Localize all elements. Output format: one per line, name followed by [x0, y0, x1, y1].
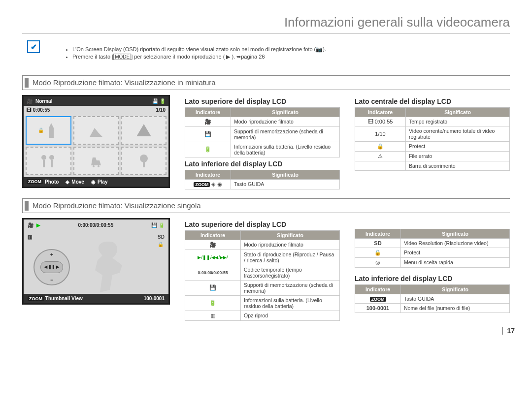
subtitle-lato-inf-2: Lato inferiore del display LCD	[355, 275, 510, 282]
lcd-mode-label: Normal	[35, 98, 52, 104]
svg-point-6	[98, 165, 100, 167]
lcd-count: 1/10	[156, 107, 166, 113]
table-inf-1: IndicatoreSignificato ZOOM ◈ ◉Tasto GUID…	[185, 170, 340, 189]
svg-point-3	[49, 155, 54, 160]
lcd-play-label: Play	[98, 179, 108, 185]
note-box: ✔ L'On Screen Display (OSD) riportato di…	[22, 40, 510, 66]
lcd2-file: 100-0001	[144, 296, 165, 301]
note-line-2: Premere il tasto [MODE] per selezionare …	[72, 53, 326, 61]
table-cen-2: IndicatoreSignificato SDVideo Resolution…	[355, 229, 510, 268]
thumbnail-item	[121, 147, 166, 175]
lcd2-time: 0:00:00/0:00:55	[78, 222, 114, 228]
lcd2-thumb-label: Thumbnail View	[45, 296, 83, 301]
thumbnail-item-error: !	[121, 116, 166, 145]
svg-text:!: !	[142, 127, 145, 135]
table-cen-1: IndicatoreSignificato 🎞 0:00:55Tempo reg…	[355, 107, 510, 171]
note-line-1: L'On Screen Display (OSD) riportato di s…	[72, 46, 326, 53]
lcd-time: 0:00:55	[33, 107, 50, 113]
battery-icon: 🔋	[160, 98, 166, 104]
lcd-move-label: Move	[71, 179, 84, 185]
table-sup-2: IndicatoreSignificato 🎥Modo riproduzione…	[185, 230, 340, 321]
subtitle-lato-sup-2: Lato superiore del display LCD	[185, 220, 340, 228]
thumbnail-item	[73, 147, 119, 175]
thumbnail-item	[26, 147, 71, 175]
page-number: 17	[502, 327, 515, 335]
thumbnail-item: 🔒	[26, 116, 71, 145]
control-dpad: ＋ － ◀ ❚❚ ▶	[33, 249, 70, 285]
lcd-mock-single: 🎥 ▶ 0:00:00/0:00:55 💾 🔋 ▥ SD 🔒 ＋ － ◀ ❚❚ …	[22, 218, 170, 321]
svg-rect-4	[51, 160, 53, 167]
lcd-mock-thumbnail: 🎥Normal 💾 🔋 🎞 0:00:551/10 🔒 ! ZOOM Photo…	[22, 95, 170, 189]
table-sup-1: IndicatoreSignificato 🎥Modo riproduzione…	[185, 107, 340, 157]
svg-point-8	[140, 155, 148, 162]
lcd2-sd: SD	[158, 234, 165, 240]
svg-rect-2	[43, 160, 45, 167]
mode-key: MODE	[113, 54, 131, 60]
subtitle-lato-sup: Lato superiore del display LCD	[185, 97, 340, 105]
video-icon: 🎥	[27, 98, 33, 104]
page-header: Informazioni generali sulla videocamera	[22, 15, 510, 33]
svg-point-5	[93, 165, 95, 167]
subtitle-lato-cen: Lato centrale del display LCD	[355, 97, 510, 105]
lcd-photo-label: Photo	[45, 179, 59, 185]
thumbnail-item	[73, 116, 119, 145]
section-single-view: Modo Riproduzione filmato: Visualizzazio…	[22, 198, 510, 213]
figure-silhouette	[83, 237, 142, 296]
table-inf-2: IndicatoreSignificato ZOOMTasto GUIDA 10…	[355, 284, 510, 313]
zoom-badge: ZOOM	[27, 179, 43, 184]
section-thumbnail-view: Modo Riproduzione filmato: Visualizzazio…	[22, 75, 510, 90]
card-icon: 💾	[152, 98, 158, 104]
svg-point-1	[41, 155, 46, 160]
subtitle-lato-inf: Lato inferiore del display LCD	[185, 160, 340, 168]
check-icon: ✔	[27, 40, 40, 53]
